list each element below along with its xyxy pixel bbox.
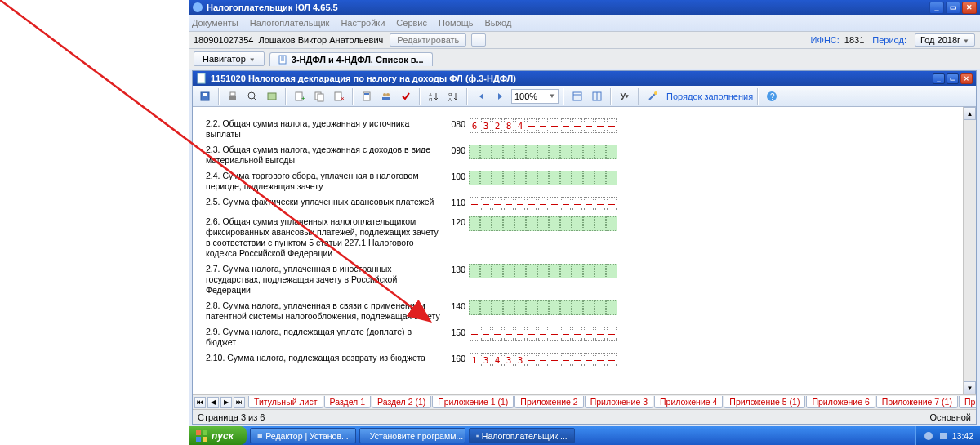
scroll-up-button[interactable]: ▲ (964, 107, 976, 120)
svg-rect-4 (203, 93, 207, 96)
field-code: 150 (443, 327, 466, 337)
svg-text:Я: Я (429, 97, 432, 102)
print-icon[interactable] (224, 88, 242, 105)
taskbar-item[interactable]: Налогоплательщик ... (469, 428, 575, 443)
menu-item[interactable]: Выход (485, 18, 512, 28)
clock: 13:42 (952, 431, 973, 441)
menu-item[interactable]: Настройки (341, 18, 385, 28)
vertical-scrollbar[interactable]: ▲ ▼ (963, 107, 976, 394)
document-tab[interactable]: 3-НДФЛ и 4-НДФЛ. Список в... (270, 52, 433, 66)
field-cells[interactable] (469, 216, 617, 231)
field-cells[interactable] (469, 197, 617, 211)
period-link[interactable]: Период: (872, 35, 906, 45)
doc-minimize-button[interactable]: _ (933, 73, 945, 84)
doc-copy-icon[interactable] (310, 88, 328, 105)
sheet-tab[interactable]: Раздел 2 (1) (372, 396, 431, 408)
navigator-button[interactable]: Навигатор▼ (194, 51, 265, 66)
form-row: 2.3. Общая сумма налога, удержанная с до… (206, 145, 950, 166)
menu-item[interactable]: Сервис (396, 18, 427, 28)
doc-add-icon[interactable]: + (291, 88, 309, 105)
tab-prev-button[interactable]: ◀ (207, 397, 219, 408)
form-row: 2.10. Сумма налога, подлежащая возврату … (206, 353, 950, 367)
field-cells[interactable] (469, 171, 617, 185)
svg-point-17 (383, 93, 386, 96)
fill-order-link[interactable]: Порядок заполнения (666, 91, 753, 101)
sheet-tab[interactable]: Приложение 3 (585, 396, 653, 408)
document-toolbar: + × АЯ ЯА 100%▼ У ▾ Порядок заполнения ? (193, 86, 976, 107)
windows-logo-icon (195, 429, 208, 443)
svg-rect-19 (382, 97, 390, 100)
field-cells[interactable] (469, 300, 617, 315)
tab-first-button[interactable]: ⏮ (194, 397, 206, 408)
menu-bar: ДокументыНалогоплательщикНастройкиСервис… (189, 15, 980, 31)
minimize-button[interactable]: _ (929, 2, 944, 14)
sheet-tab[interactable]: Приложение 8 (959, 396, 976, 408)
calc-icon[interactable] (358, 88, 376, 105)
scroll-down-button[interactable]: ▼ (964, 381, 976, 394)
aux-button[interactable] (471, 33, 486, 47)
sheet-tab[interactable]: Приложение 4 (654, 396, 723, 408)
field-cells[interactable]: 63284 (469, 118, 617, 133)
layout1-icon[interactable] (568, 88, 586, 105)
tab-next-button[interactable]: ▶ (220, 397, 232, 408)
zoom-selector[interactable]: 100%▼ (511, 89, 559, 104)
close-button[interactable]: ✕ (962, 2, 977, 14)
doc-delete-icon[interactable]: × (330, 88, 348, 105)
taskbar-item[interactable]: Установите программ... (359, 428, 466, 443)
document-title: 1151020 Налоговая декларация по налогу н… (211, 73, 516, 83)
check-icon[interactable] (397, 88, 415, 105)
field-label: 2.2. Общая сумма налога, удержанная у ис… (206, 118, 443, 140)
taxpayer-bar: 180901027354 Лошаков Виктор Анатольевич … (189, 31, 980, 49)
document-icon (278, 55, 288, 65)
svg-rect-30 (203, 430, 207, 435)
menu-item[interactable]: Налогоплательщик (250, 18, 330, 28)
field-cells[interactable] (469, 327, 617, 341)
help-icon[interactable]: ? (763, 88, 781, 105)
taskbar-item[interactable]: Редактор | Установ... (250, 428, 356, 443)
year-selector[interactable]: Год 2018г ▼ (915, 33, 975, 47)
sheet-tab[interactable]: Приложение 1 (1) (432, 396, 514, 408)
tab-last-button[interactable]: ⏭ (234, 397, 245, 408)
preview-icon[interactable] (243, 88, 261, 105)
sort-az-icon[interactable]: АЯ (425, 88, 443, 105)
sheet-tab[interactable]: Приложение 2 (514, 396, 583, 408)
maximize-button[interactable]: ▭ (946, 2, 960, 14)
doc-close-button[interactable]: ✕ (960, 73, 973, 84)
sheet-tab[interactable]: Приложение 6 (806, 396, 875, 408)
book-icon[interactable] (263, 88, 281, 105)
field-code: 100 (443, 171, 466, 181)
people-icon[interactable] (377, 88, 395, 105)
start-button[interactable]: пуск (189, 426, 247, 445)
sheet-tab[interactable]: Приложение 5 (1) (724, 396, 805, 408)
menu-item[interactable]: Документы (192, 18, 238, 28)
field-code: 090 (443, 145, 466, 155)
mode-indicator: Основной (930, 412, 971, 422)
last-icon[interactable] (492, 88, 510, 105)
save-icon[interactable] (196, 88, 214, 105)
field-label: 2.10. Сумма налога, подлежащая возврату … (206, 353, 443, 363)
wand-icon[interactable] (644, 88, 662, 105)
menu-item[interactable]: Помощь (439, 18, 474, 28)
edit-button[interactable]: Редактировать (390, 33, 466, 47)
sheet-tab[interactable]: Титульный лист (248, 396, 323, 408)
system-tray[interactable]: 13:42 (915, 426, 980, 445)
svg-text:+: + (301, 95, 305, 102)
form-row: 2.2. Общая сумма налога, удержанная у ис… (206, 118, 950, 140)
field-code: 080 (443, 118, 466, 129)
svg-point-18 (386, 93, 390, 96)
field-cells[interactable] (469, 264, 617, 278)
doc-maximize-button[interactable]: ▭ (947, 73, 959, 84)
first-icon[interactable] (472, 88, 490, 105)
ifns-link[interactable]: ИФНС: (811, 35, 840, 45)
field-cells[interactable] (469, 145, 617, 159)
sheet-tab[interactable]: Раздел 1 (324, 396, 371, 408)
app-icon (192, 2, 203, 13)
u-button[interactable]: У ▾ (616, 88, 634, 105)
sheet-tab[interactable]: Приложение 7 (1) (876, 396, 958, 408)
field-code: 160 (443, 353, 466, 363)
form-page: 2.2. Общая сумма налога, удержанная у ис… (193, 107, 963, 394)
sort-za-icon[interactable]: ЯА (444, 88, 462, 105)
field-code: 130 (443, 264, 466, 274)
field-cells[interactable]: 13433 (469, 353, 617, 367)
layout2-icon[interactable] (588, 88, 606, 105)
